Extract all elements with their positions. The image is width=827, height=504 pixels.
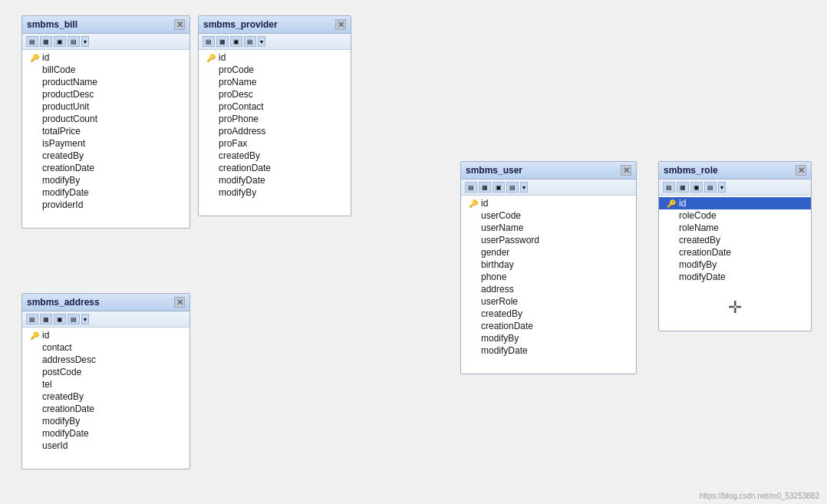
key-icon: 🔑 [469, 199, 478, 208]
field-modifyDate: modifyDate [22, 427, 189, 440]
field-createdBy: createdBy [461, 308, 636, 320]
toolbar-icon-4[interactable]: ▤ [704, 182, 717, 193]
smbms-bill-close[interactable]: ✕ [174, 19, 185, 30]
field-modifyBy: modifyBy [22, 415, 189, 427]
field-modifyBy: modifyBy [199, 186, 351, 199]
smbms-user-header: smbms_user ✕ [461, 162, 636, 180]
smbms-address-title: smbms_address [27, 297, 100, 308]
field-id: 🔑 id [22, 329, 189, 341]
toolbar-icon-3[interactable]: ▣ [230, 36, 242, 47]
toolbar-icon-2[interactable]: ▦ [40, 314, 52, 324]
field-creationDate: creationDate [659, 246, 811, 259]
field-roleCode: roleCode [659, 209, 811, 222]
field-creationDate: creationDate [199, 162, 351, 174]
field-creationDate: creationDate [22, 162, 189, 174]
smbms-bill-title: smbms_bill [27, 19, 77, 30]
toolbar-icon-1[interactable]: ▤ [465, 182, 477, 193]
key-icon: 🔑 [206, 54, 216, 62]
field-createdBy: createdBy [659, 234, 811, 246]
field-proFax: proFax [199, 137, 351, 150]
move-cursor-icon: ✛ [728, 298, 742, 318]
field-productName: productName [22, 76, 189, 88]
field-proContact: proContact [199, 100, 351, 113]
field-id-highlighted: 🔑 id [659, 197, 811, 209]
toolbar-icon-2[interactable]: ▦ [677, 182, 689, 193]
field-providerId: providerId [22, 199, 189, 211]
toolbar-icon-1[interactable]: ▤ [663, 182, 675, 193]
toolbar-dropdown[interactable]: ▼ [520, 182, 528, 193]
smbms-bill-table: smbms_bill ✕ ▤ ▦ ▣ ▤ ▼ 🔑 id billCode pro… [21, 15, 190, 229]
key-icon: 🔑 [30, 54, 39, 62]
toolbar-icon-3[interactable]: ▣ [54, 314, 66, 324]
smbms-address-toolbar: ▤ ▦ ▣ ▤ ▼ [22, 311, 189, 328]
smbms-role-table: smbms_role ✕ ▤ ▦ ▣ ▤ ▼ 🔑 id roleCode rol… [658, 161, 812, 331]
toolbar-icon-2[interactable]: ▦ [216, 36, 229, 47]
field-postCode: postCode [22, 366, 189, 378]
smbms-bill-toolbar: ▤ ▦ ▣ ▤ ▼ [22, 34, 189, 50]
field-createdBy: createdBy [22, 390, 189, 403]
smbms-provider-header: smbms_provider ✕ [199, 16, 351, 34]
field-modifyBy: modifyBy [461, 332, 636, 344]
field-tel: tel [22, 378, 189, 390]
key-icon: 🔑 [30, 331, 39, 340]
field-addressDesc: addressDesc [22, 354, 189, 366]
field-totalPrice: totalPrice [22, 125, 189, 137]
field-modifyDate: modifyDate [659, 271, 811, 283]
smbms-address-table: smbms_address ✕ ▤ ▦ ▣ ▤ ▼ 🔑 id contact a… [21, 293, 190, 469]
field-address: address [461, 283, 636, 295]
field-phone: phone [461, 271, 636, 283]
field-birthday: birthday [461, 259, 636, 271]
field-userCode: userCode [461, 209, 636, 222]
smbms-bill-fields: 🔑 id billCode productName productDesc pr… [22, 50, 189, 212]
smbms-user-table: smbms_user ✕ ▤ ▦ ▣ ▤ ▼ 🔑 id userCode use… [460, 161, 637, 374]
field-proDesc: proDesc [199, 88, 351, 100]
field-modifyBy: modifyBy [659, 259, 811, 271]
field-productUnit: productUnit [22, 100, 189, 113]
toolbar-icon-4[interactable]: ▤ [68, 36, 80, 47]
toolbar-icon-3[interactable]: ▣ [690, 182, 703, 193]
smbms-user-close[interactable]: ✕ [621, 165, 631, 176]
toolbar-icon-1[interactable]: ▤ [26, 314, 38, 324]
toolbar-icon-1[interactable]: ▤ [203, 36, 215, 47]
smbms-provider-toolbar: ▤ ▦ ▣ ▤ ▼ [199, 34, 351, 50]
smbms-role-header: smbms_role ✕ [659, 162, 811, 180]
smbms-role-close[interactable]: ✕ [796, 165, 806, 176]
toolbar-icon-1[interactable]: ▤ [26, 36, 38, 47]
toolbar-dropdown[interactable]: ▼ [718, 182, 726, 193]
field-modifyBy: modifyBy [22, 174, 189, 186]
field-productDesc: productDesc [22, 88, 189, 100]
field-modifyDate: modifyDate [22, 186, 189, 199]
toolbar-icon-4[interactable]: ▤ [244, 36, 256, 47]
field-isPayment: isPayment [22, 137, 189, 150]
field-roleName: roleName [659, 222, 811, 234]
smbms-provider-title: smbms_provider [203, 19, 278, 30]
smbms-provider-close[interactable]: ✕ [335, 19, 346, 30]
smbms-user-toolbar: ▤ ▦ ▣ ▤ ▼ [461, 180, 636, 196]
toolbar-dropdown[interactable]: ▼ [81, 314, 89, 324]
field-userPassword: userPassword [461, 234, 636, 246]
smbms-user-fields: 🔑 id userCode userName userPassword gend… [461, 196, 636, 358]
key-icon: 🔑 [667, 199, 676, 208]
field-id: 🔑 id [22, 51, 189, 64]
toolbar-icon-4[interactable]: ▤ [506, 182, 519, 193]
toolbar-icon-4[interactable]: ▤ [68, 314, 80, 324]
field-createdBy: createdBy [199, 150, 351, 162]
field-userRole: userRole [461, 295, 636, 308]
smbms-address-close[interactable]: ✕ [174, 297, 185, 308]
toolbar-dropdown[interactable]: ▼ [258, 36, 265, 47]
field-createdBy: createdBy [22, 150, 189, 162]
field-modifyDate: modifyDate [199, 174, 351, 186]
toolbar-dropdown[interactable]: ▼ [81, 36, 89, 47]
smbms-bill-header: smbms_bill ✕ [22, 16, 189, 34]
smbms-role-toolbar: ▤ ▦ ▣ ▤ ▼ [659, 180, 811, 196]
watermark: https://blog.csdn.net/m0_53253882 [700, 492, 819, 500]
smbms-address-fields: 🔑 id contact addressDesc postCode tel cr… [22, 328, 189, 453]
field-proPhone: proPhone [199, 113, 351, 125]
field-userId: userId [22, 440, 189, 452]
smbms-address-header: smbms_address ✕ [22, 294, 189, 311]
smbms-role-title: smbms_role [664, 165, 718, 176]
toolbar-icon-2[interactable]: ▦ [40, 36, 52, 47]
toolbar-icon-2[interactable]: ▦ [479, 182, 491, 193]
toolbar-icon-3[interactable]: ▣ [493, 182, 505, 193]
toolbar-icon-3[interactable]: ▣ [54, 36, 66, 47]
